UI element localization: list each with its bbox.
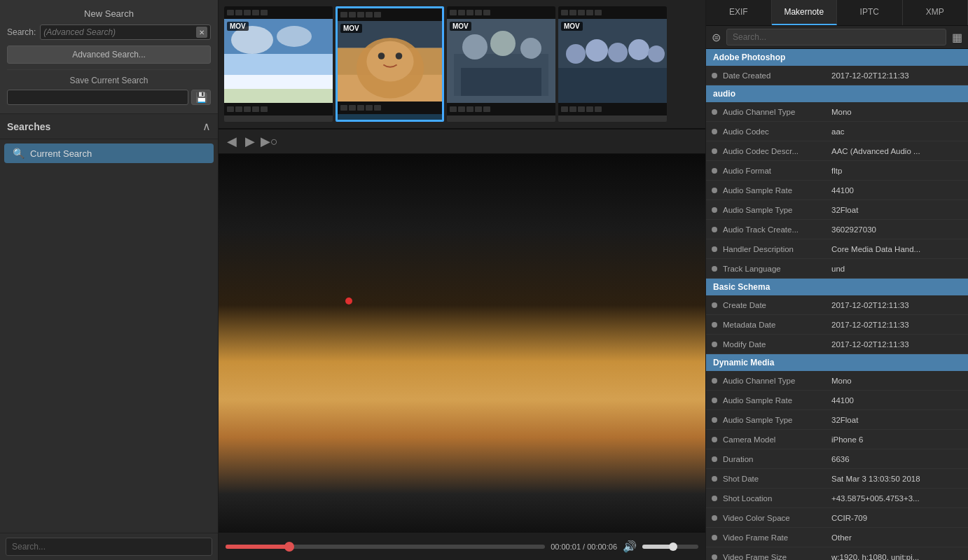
film-hole xyxy=(578,10,585,15)
meta-row[interactable]: Audio Format fltp xyxy=(706,161,968,181)
searches-title: Searches xyxy=(7,121,50,132)
meta-row[interactable]: Camera Model iPhone 6 xyxy=(706,430,968,449)
svg-point-22 xyxy=(608,43,628,62)
film-img-area-4: MOV xyxy=(558,19,667,103)
meta-val: 2017-12-02T12:11:33 xyxy=(831,301,962,309)
film-hole xyxy=(569,10,576,15)
meta-row[interactable]: Audio Channel Type Mono xyxy=(706,102,968,122)
meta-key: Video Color Space xyxy=(723,514,831,522)
meta-row[interactable]: Audio Track Create... 3602927030 xyxy=(706,220,968,239)
film-thumb-2[interactable]: MOV xyxy=(336,6,444,122)
current-search-item[interactable]: 🔍 Current Search xyxy=(4,144,214,163)
film-hole xyxy=(595,10,602,15)
sidebar-search-section: New Search Search: ✕ Advanced Search... … xyxy=(0,0,218,114)
meta-dot xyxy=(712,535,717,540)
prev-button[interactable]: ◀ xyxy=(224,132,240,150)
tab-exif[interactable]: EXIF xyxy=(706,0,772,25)
meta-row[interactable]: Audio Sample Type 32Float xyxy=(706,200,968,220)
film-hole xyxy=(561,106,568,112)
meta-row[interactable]: Audio Codec aac xyxy=(706,122,968,141)
svg-rect-2 xyxy=(224,75,333,89)
film-hole xyxy=(561,10,568,15)
film-thumb-4[interactable]: MOV xyxy=(558,6,667,122)
film-hole xyxy=(244,10,251,15)
film-hole xyxy=(374,12,381,18)
film-badge-4: MOV xyxy=(561,22,583,31)
film-thumb-3[interactable]: MOV xyxy=(447,6,555,122)
meta-row[interactable]: Modify Date 2017-12-02T12:11:33 xyxy=(706,335,968,354)
filter-button[interactable]: ⊜ xyxy=(712,31,721,44)
meta-row[interactable]: Audio Sample Rate 44100 xyxy=(706,391,968,410)
svg-point-23 xyxy=(628,39,649,60)
meta-val: Core Media Data Hand... xyxy=(831,245,962,253)
meta-row[interactable]: Metadata Date 2017-12-02T12:11:33 xyxy=(706,315,968,335)
meta-dot xyxy=(712,148,717,154)
film-hole xyxy=(366,105,373,111)
volume-bar[interactable] xyxy=(642,545,698,549)
calendar-button[interactable]: ▦ xyxy=(952,31,962,44)
meta-row[interactable]: Audio Channel Type Mono xyxy=(706,371,968,391)
meta-row[interactable]: Audio Codec Descr... AAC (Advanced Audio… xyxy=(706,141,968,161)
tabs-row: EXIF Makernote IPTC XMP xyxy=(706,0,968,26)
meta-row[interactable]: Audio Sample Rate 44100 xyxy=(706,181,968,200)
film-hole xyxy=(466,10,473,15)
meta-toolbar: ⊜ ▦ xyxy=(706,26,968,49)
meta-row[interactable]: Create Date 2017-12-02T12:11:33 xyxy=(706,295,968,315)
meta-val: 44100 xyxy=(831,186,962,195)
focus-dot xyxy=(345,298,352,304)
meta-search-input[interactable] xyxy=(726,29,946,46)
sidebar-bottom xyxy=(0,533,218,560)
film-hole xyxy=(586,10,593,15)
meta-key: Audio Codec xyxy=(723,127,831,136)
film-hole xyxy=(340,105,347,111)
volume-thumb xyxy=(669,542,677,551)
meta-row[interactable]: Duration 6636 xyxy=(706,449,968,469)
meta-row[interactable]: Handler Description Core Media Data Hand… xyxy=(706,239,968,259)
save-search-input[interactable] xyxy=(7,90,188,105)
film-hole xyxy=(586,106,593,112)
film-hole xyxy=(366,12,373,18)
meta-row[interactable]: Video Color Space CCIR-709 xyxy=(706,508,968,528)
meta-key: Duration xyxy=(723,455,831,463)
bottom-search-input[interactable] xyxy=(6,538,212,556)
play-circle-button[interactable]: ▶○ xyxy=(261,134,278,149)
save-search-button[interactable]: 💾 xyxy=(191,90,211,105)
progress-bar[interactable] xyxy=(226,545,545,549)
meta-row[interactable]: Shot Location +43.5875+005.4753+3... xyxy=(706,489,968,508)
svg-point-12 xyxy=(396,52,403,59)
meta-row[interactable]: Shot Date Sat Mar 3 13:03:50 2018 xyxy=(706,469,968,489)
search-item-icon: 🔍 xyxy=(13,148,25,159)
tab-xmp[interactable]: XMP xyxy=(903,0,969,25)
film-img-area-2: MOV xyxy=(338,21,442,102)
searches-section: Searches ∧ 🔍 Current Search xyxy=(0,114,218,533)
film-img-area-1: MOV xyxy=(224,19,333,103)
meta-row[interactable]: Video Frame Size w:1920, h:1080, unit:pi… xyxy=(706,547,968,560)
meta-row[interactable]: Audio Sample Type 32Float xyxy=(706,410,968,430)
clear-search-button[interactable]: ✕ xyxy=(196,27,207,38)
film-img-area-3: MOV xyxy=(447,19,555,103)
search-input[interactable] xyxy=(43,27,196,37)
tab-iptc[interactable]: IPTC xyxy=(837,0,903,25)
next-button[interactable]: ▶ xyxy=(242,132,258,150)
volume-icon[interactable]: 🔊 xyxy=(623,540,637,553)
tab-makernote[interactable]: Makernote xyxy=(772,0,838,25)
svg-point-24 xyxy=(648,46,665,62)
film-thumb-1[interactable]: MOV xyxy=(224,6,333,122)
meta-row[interactable]: Track Language und xyxy=(706,259,968,279)
meta-val: aac xyxy=(831,127,962,136)
collapse-searches-button[interactable]: ∧ xyxy=(202,120,211,133)
svg-point-5 xyxy=(277,26,312,47)
film-hole xyxy=(483,106,490,112)
film-badge-2: MOV xyxy=(340,24,362,33)
film-hole xyxy=(227,10,234,15)
meta-key: Audio Codec Descr... xyxy=(723,147,831,155)
svg-rect-18 xyxy=(461,68,541,96)
film-hole xyxy=(578,106,585,112)
svg-point-21 xyxy=(586,39,608,62)
meta-row[interactable]: Date Created 2017-12-02T12:11:33 xyxy=(706,66,968,85)
meta-row[interactable]: Video Frame Rate Other xyxy=(706,528,968,547)
meta-dot xyxy=(712,342,717,347)
meta-val: AAC (Advanced Audio ... xyxy=(831,147,962,155)
advanced-search-button[interactable]: Advanced Search... xyxy=(7,46,211,64)
filmstrip-scroll: MOV xyxy=(224,6,667,122)
